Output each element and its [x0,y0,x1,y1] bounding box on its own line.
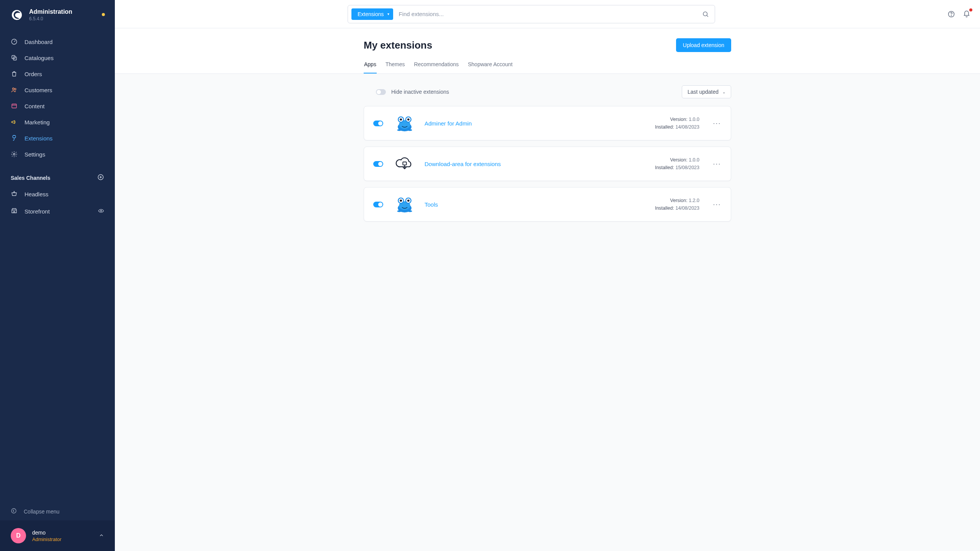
search-input[interactable] [393,11,696,17]
switch-off-icon [376,89,386,95]
visibility-icon[interactable] [98,208,104,215]
main-nav: DashboardCataloguesOrdersCustomersConten… [0,28,115,164]
sidebar-item-extensions[interactable]: Extensions [0,130,115,146]
searchbar: Extensions ▾ [348,5,715,23]
bag-icon [11,70,18,77]
gauge-icon [11,38,18,45]
tab-account[interactable]: Shopware Account [467,57,513,73]
collapse-icon [11,508,17,515]
svg-point-22 [400,199,402,202]
users-icon [11,86,18,93]
extension-meta: Version: 1.0.0Installed: 15/08/2023 [655,156,699,171]
extension-toggle[interactable] [373,121,383,126]
tabs: AppsThemesRecommendationsShopware Accoun… [364,57,731,73]
svg-point-12 [407,118,410,121]
sidebar-item-label: Customers [24,87,52,93]
extension-meta: Version: 1.2.0Installed: 14/08/2023 [655,197,699,212]
svg-point-13 [397,129,402,131]
sales-channels-label: Sales Channels [11,175,51,181]
sidebar-item-customers[interactable]: Customers [0,82,115,98]
help-icon[interactable] [946,9,956,19]
extension-list: Adminer for AdminVersion: 1.0.0Installed… [364,106,731,222]
extension-card: Download-area for extensionsVersion: 1.0… [364,147,731,181]
sidebar-item-label: Extensions [24,135,52,142]
main: Extensions ▾ My extensions Upload ext [115,0,980,551]
collapse-label: Collapse menu [24,509,59,515]
svg-point-4 [951,15,952,16]
list-toolbar: Hide inactive extensions Last updated ⌄ [364,83,731,106]
sidebar-item-label: Content [24,103,45,109]
svg-point-24 [397,210,402,212]
extension-context-menu[interactable]: ··· [712,201,722,209]
tab-themes[interactable]: Themes [385,57,405,73]
sidebar-item-settings[interactable]: Settings [0,146,115,162]
search-scope-label: Extensions [358,11,384,17]
extension-icon [394,194,415,215]
channel-item-label: Storefront [24,208,50,215]
hide-inactive-label: Hide inactive extensions [391,89,449,95]
window-icon [11,103,18,109]
brand-title: Administration [29,8,72,15]
sort-label: Last updated [688,89,719,95]
tab-recommendations[interactable]: Recommendations [414,57,459,73]
gear-icon [11,151,18,158]
extension-card: ToolsVersion: 1.2.0Installed: 14/08/2023… [364,187,731,222]
sidebar-item-label: Marketing [24,119,50,126]
extension-name-link[interactable]: Tools [425,201,438,208]
layers-icon [11,54,18,61]
sidebar-item-label: Dashboard [24,39,52,45]
status-dot-icon [102,13,105,16]
extension-icon [394,153,415,174]
svg-point-25 [408,210,412,212]
user-name: demo [32,530,62,536]
hide-inactive-toggle[interactable]: Hide inactive extensions [364,89,449,95]
page-header: My extensions Upload extension AppsTheme… [115,28,980,74]
basket-icon [11,190,18,198]
extension-toggle[interactable] [373,161,383,167]
svg-point-23 [407,199,410,202]
svg-point-14 [408,129,412,131]
extension-toggle[interactable] [373,202,383,207]
tab-apps[interactable]: Apps [364,57,377,73]
chevron-down-icon: ⌄ [722,90,725,94]
sales-channels-list: HeadlessStorefront [0,186,115,220]
sidebar-item-orders[interactable]: Orders [0,66,115,82]
chevron-down-icon: ▾ [387,12,389,16]
upload-extension-button[interactable]: Upload extension [676,38,731,52]
megaphone-icon [11,119,18,126]
svg-point-11 [400,118,402,121]
sidebar-item-dashboard[interactable]: Dashboard [0,34,115,50]
user-menu[interactable]: D demo Administrator [0,520,115,551]
notifications-icon[interactable] [962,9,972,19]
avatar: D [11,528,26,543]
channel-item-storefront[interactable]: Storefront [0,203,115,220]
sidebar: Administration 6.5.4.0 DashboardCatalogu… [0,0,115,551]
topbar-actions [946,9,972,19]
sidebar-item-label: Settings [24,151,45,158]
content-body: Hide inactive extensions Last updated ⌄ … [364,83,731,222]
collapse-menu-button[interactable]: Collapse menu [0,502,115,520]
extension-card: Adminer for AdminVersion: 1.0.0Installed… [364,106,731,140]
page-title: My extensions [364,39,432,51]
extension-context-menu[interactable]: ··· [712,160,722,168]
search-button[interactable] [696,5,715,23]
search-scope-dropdown[interactable]: Extensions ▾ [351,8,393,20]
sales-channels-header: Sales Channels [0,164,115,186]
svg-point-2 [703,12,707,16]
plug-icon [11,135,18,142]
extension-name-link[interactable]: Download-area for extensions [425,161,501,167]
sidebar-item-marketing[interactable]: Marketing [0,114,115,130]
sidebar-header: Administration 6.5.4.0 [0,0,115,28]
brand-version: 6.5.4.0 [29,16,72,21]
store-icon [11,207,18,215]
add-channel-icon[interactable] [97,174,104,182]
extension-context-menu[interactable]: ··· [712,119,722,127]
extension-name-link[interactable]: Adminer for Admin [425,120,472,127]
sidebar-item-content[interactable]: Content [0,98,115,114]
sort-dropdown[interactable]: Last updated ⌄ [682,85,731,98]
channel-item-headless[interactable]: Headless [0,186,115,203]
sidebar-item-label: Orders [24,71,42,77]
extension-icon [394,112,415,134]
brand-logo-icon [11,9,23,21]
sidebar-item-catalogues[interactable]: Catalogues [0,50,115,66]
